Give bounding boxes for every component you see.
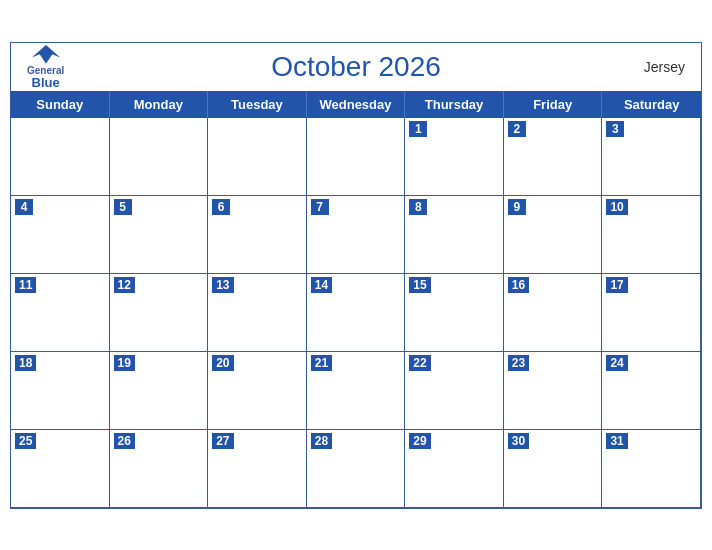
day-cell-14: 14 (307, 274, 406, 352)
day-number: 17 (606, 277, 627, 293)
day-cell-5: 5 (110, 196, 209, 274)
day-cell-11: 11 (11, 274, 110, 352)
day-number: 9 (508, 199, 526, 215)
day-number: 29 (409, 433, 430, 449)
day-cell-30: 30 (504, 430, 603, 508)
calendar-grid: 1234567891011121314151617181920212223242… (11, 118, 701, 508)
day-cell-10: 10 (602, 196, 701, 274)
day-cell-20: 20 (208, 352, 307, 430)
day-cell-23: 23 (504, 352, 603, 430)
day-cell-31: 31 (602, 430, 701, 508)
day-cell-empty (208, 118, 307, 196)
day-number: 7 (311, 199, 329, 215)
day-number: 31 (606, 433, 627, 449)
day-cell-18: 18 (11, 352, 110, 430)
day-number: 22 (409, 355, 430, 371)
day-number: 1 (409, 121, 427, 137)
day-cell-13: 13 (208, 274, 307, 352)
day-cell-empty (307, 118, 406, 196)
day-number: 19 (114, 355, 135, 371)
day-cell-1: 1 (405, 118, 504, 196)
day-headers: Sunday Monday Tuesday Wednesday Thursday… (11, 91, 701, 118)
day-cell-19: 19 (110, 352, 209, 430)
day-number: 13 (212, 277, 233, 293)
day-number: 23 (508, 355, 529, 371)
day-number: 5 (114, 199, 132, 215)
day-cell-12: 12 (110, 274, 209, 352)
day-cell-8: 8 (405, 196, 504, 274)
day-number: 15 (409, 277, 430, 293)
day-number: 27 (212, 433, 233, 449)
header-tuesday: Tuesday (208, 91, 307, 118)
header-saturday: Saturday (602, 91, 701, 118)
day-cell-27: 27 (208, 430, 307, 508)
day-number: 12 (114, 277, 135, 293)
day-number: 24 (606, 355, 627, 371)
day-cell-9: 9 (504, 196, 603, 274)
header-wednesday: Wednesday (307, 91, 406, 118)
day-cell-7: 7 (307, 196, 406, 274)
day-cell-6: 6 (208, 196, 307, 274)
day-cell-3: 3 (602, 118, 701, 196)
header-monday: Monday (110, 91, 209, 118)
day-number: 10 (606, 199, 627, 215)
day-number: 18 (15, 355, 36, 371)
day-cell-24: 24 (602, 352, 701, 430)
day-number: 25 (15, 433, 36, 449)
day-number: 2 (508, 121, 526, 137)
day-cell-2: 2 (504, 118, 603, 196)
day-cell-25: 25 (11, 430, 110, 508)
day-number: 4 (15, 199, 33, 215)
calendar-title: October 2026 (271, 51, 441, 83)
day-cell-28: 28 (307, 430, 406, 508)
svg-marker-0 (31, 44, 59, 63)
day-cell-29: 29 (405, 430, 504, 508)
day-cell-17: 17 (602, 274, 701, 352)
day-number: 6 (212, 199, 230, 215)
day-number: 26 (114, 433, 135, 449)
header-thursday: Thursday (405, 91, 504, 118)
day-number: 16 (508, 277, 529, 293)
header-friday: Friday (504, 91, 603, 118)
day-cell-16: 16 (504, 274, 603, 352)
day-number: 14 (311, 277, 332, 293)
header-sunday: Sunday (11, 91, 110, 118)
day-cell-empty (11, 118, 110, 196)
country-label: Jersey (644, 59, 685, 75)
calendar-header: General Blue October 2026 Jersey (11, 43, 701, 91)
day-number: 8 (409, 199, 427, 215)
day-cell-26: 26 (110, 430, 209, 508)
day-number: 21 (311, 355, 332, 371)
day-number: 11 (15, 277, 36, 293)
day-number: 28 (311, 433, 332, 449)
day-number: 20 (212, 355, 233, 371)
day-cell-4: 4 (11, 196, 110, 274)
logo-icon (30, 43, 62, 65)
day-cell-21: 21 (307, 352, 406, 430)
day-cell-22: 22 (405, 352, 504, 430)
calendar: General Blue October 2026 Jersey Sunday … (10, 42, 702, 509)
day-cell-empty (110, 118, 209, 196)
day-cell-15: 15 (405, 274, 504, 352)
day-number: 30 (508, 433, 529, 449)
day-number: 3 (606, 121, 624, 137)
logo: General Blue (27, 43, 64, 90)
logo-blue: Blue (32, 76, 60, 90)
